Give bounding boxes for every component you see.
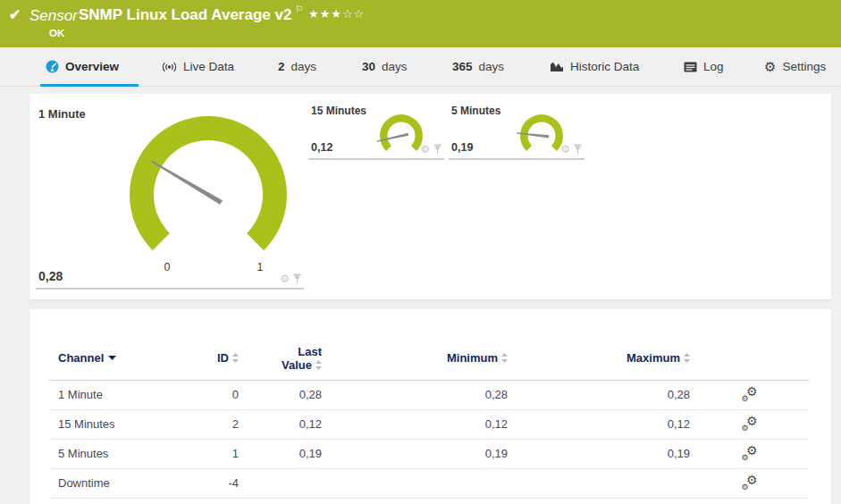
sensor-title: SNMP Linux Load Average v2 <box>79 6 291 24</box>
gauge-arc <box>380 114 423 151</box>
column-header-minimum[interactable]: Minimum <box>322 337 508 380</box>
gauge-block-1-minute: 1 Minute 0 1 0,28 ⚙ <box>36 100 304 290</box>
tab-365-days[interactable]: 365 days <box>447 47 509 86</box>
tab-settings[interactable]: ⚙ Settings <box>759 47 831 86</box>
tab-label: days <box>479 60 505 73</box>
table-row[interactable]: 1 Minute 0 0,28 0,28 0,28 ⚙⚙ <box>49 380 809 409</box>
gauge-value: 0,28 <box>38 269 63 283</box>
tab-historic-data[interactable]: Historic Data <box>544 47 644 86</box>
gauge-settings-icon[interactable]: ⚙ <box>280 273 290 284</box>
column-label-line2: Value <box>282 358 312 372</box>
column-label-line1: Last <box>239 345 322 358</box>
channel-settings-icon[interactable]: ⚙⚙ <box>742 416 758 430</box>
gauge-value: 0,12 <box>311 141 332 154</box>
gauge-chart-5-minutes <box>511 106 565 156</box>
column-header-maximum[interactable]: Maximum <box>508 337 690 380</box>
sort-caret-down-icon <box>108 356 116 360</box>
gauge-scale-max: 1 <box>251 261 269 273</box>
object-kind-label: Sensor <box>29 7 78 25</box>
channel-settings-icon[interactable]: ⚙⚙ <box>742 386 758 400</box>
pin-icon[interactable] <box>574 144 582 155</box>
cell-id: -4 <box>192 468 239 498</box>
cell-last-value: 0,28 <box>239 380 322 409</box>
log-icon <box>684 62 697 72</box>
gauge-arc <box>130 116 287 250</box>
channel-settings-icon[interactable]: ⚙⚙ <box>742 445 758 459</box>
table-row[interactable]: 15 Minutes 2 0,12 0,12 0,12 ⚙⚙ <box>49 409 809 439</box>
sensor-header: ✔ Sensor SNMP Linux Load Average v2 ⚐ ★★… <box>0 0 841 47</box>
cell-channel: Downtime <box>49 468 192 498</box>
tab-bar: Overview Live Data 2 days 30 days 365 da… <box>0 47 841 87</box>
gauge-chart-1-minute <box>45 116 295 273</box>
cell-last-value: 0,12 <box>239 409 322 439</box>
column-header-id[interactable]: ID <box>192 337 239 380</box>
gauge-toolbar: ⚙ <box>420 144 442 155</box>
channels-panel: Channel ID Last Value Minimum Maximum <box>29 309 831 504</box>
stars-filled[interactable]: ★★★ <box>308 7 342 21</box>
cell-maximum: 0,19 <box>508 439 690 468</box>
prtg-sensor-page: ✔ Sensor SNMP Linux Load Average v2 ⚐ ★★… <box>0 0 841 504</box>
tab-2-days[interactable]: 2 days <box>273 47 322 86</box>
channels-table: Channel ID Last Value Minimum Maximum <box>49 337 809 499</box>
column-header-channel[interactable]: Channel <box>49 337 192 380</box>
tab-label: days <box>291 60 317 73</box>
tab-label: days <box>382 60 408 73</box>
gauge-icon <box>46 60 59 73</box>
historic-chart-icon <box>550 61 564 72</box>
cell-minimum: 0,12 <box>322 409 508 439</box>
column-label: Minimum <box>447 351 498 365</box>
gauges-panel: 1 Minute 0 1 0,28 ⚙ 15 Minutes <box>29 94 831 299</box>
cell-channel: 1 Minute <box>49 380 192 409</box>
table-row[interactable]: Downtime -4 ⚙⚙ <box>49 468 809 498</box>
tab-30-days[interactable]: 30 days <box>357 47 413 86</box>
live-data-icon <box>162 61 177 73</box>
sort-icon <box>232 353 239 363</box>
cell-last-value: 0,19 <box>239 439 322 468</box>
gauge-toolbar: ⚙ <box>280 273 301 284</box>
column-label: Maximum <box>627 351 680 365</box>
table-row[interactable]: 5 Minutes 1 0,19 0,19 0,19 ⚙⚙ <box>49 439 809 468</box>
tab-live-data[interactable]: Live Data <box>156 47 240 86</box>
tab-log[interactable]: Log <box>678 47 729 86</box>
column-label: Channel <box>58 351 104 365</box>
gauge-block-5-minutes: 5 Minutes 0,19 ⚙ <box>449 105 584 160</box>
gauge-toolbar: ⚙ <box>560 144 582 155</box>
sort-icon <box>315 360 322 370</box>
tab-overview[interactable]: Overview <box>40 47 139 86</box>
table-header-row: Channel ID Last Value Minimum Maximum <box>49 337 809 380</box>
cell-minimum: 0,28 <box>322 380 508 409</box>
cell-id: 2 <box>192 409 239 439</box>
gauge-title: 15 Minutes <box>311 105 366 117</box>
gauge-needle <box>150 159 223 205</box>
channel-settings-icon[interactable]: ⚙⚙ <box>742 475 758 489</box>
cell-maximum: 0,28 <box>508 380 690 409</box>
cell-id: 1 <box>192 439 239 468</box>
cell-last-value <box>239 468 322 498</box>
gauge-block-15-minutes: 15 Minutes 0,12 ⚙ <box>308 105 444 160</box>
tab-label: Overview <box>65 60 119 73</box>
gauge-title: 5 Minutes <box>451 105 500 117</box>
tab-label: Settings <box>782 60 826 73</box>
tab-label: Log <box>703 60 724 73</box>
tab-number: 365 <box>452 60 473 73</box>
column-label: ID <box>217 351 229 365</box>
status-check-icon: ✔ <box>9 6 21 23</box>
gauge-chart-15-minutes <box>371 106 425 156</box>
cell-minimum: 0,19 <box>322 439 508 468</box>
tab-label: Historic Data <box>570 60 639 73</box>
gauge-arc <box>520 114 563 151</box>
priority-stars[interactable]: ★★★☆☆ <box>308 7 365 21</box>
tab-number: 30 <box>362 60 375 73</box>
stars-empty[interactable]: ☆☆ <box>342 7 365 21</box>
column-header-last-value[interactable]: Last Value <box>239 337 322 380</box>
settings-gear-icon: ⚙ <box>764 60 776 73</box>
cell-id: 0 <box>192 380 239 409</box>
pin-icon[interactable] <box>433 144 442 155</box>
sort-icon <box>501 353 508 363</box>
pin-icon[interactable] <box>293 273 301 284</box>
sort-icon <box>684 353 690 363</box>
gauge-settings-icon[interactable]: ⚙ <box>420 144 430 155</box>
tab-label: Live Data <box>183 60 234 73</box>
gauge-value: 0,19 <box>451 141 473 154</box>
gauge-settings-icon[interactable]: ⚙ <box>560 144 570 155</box>
